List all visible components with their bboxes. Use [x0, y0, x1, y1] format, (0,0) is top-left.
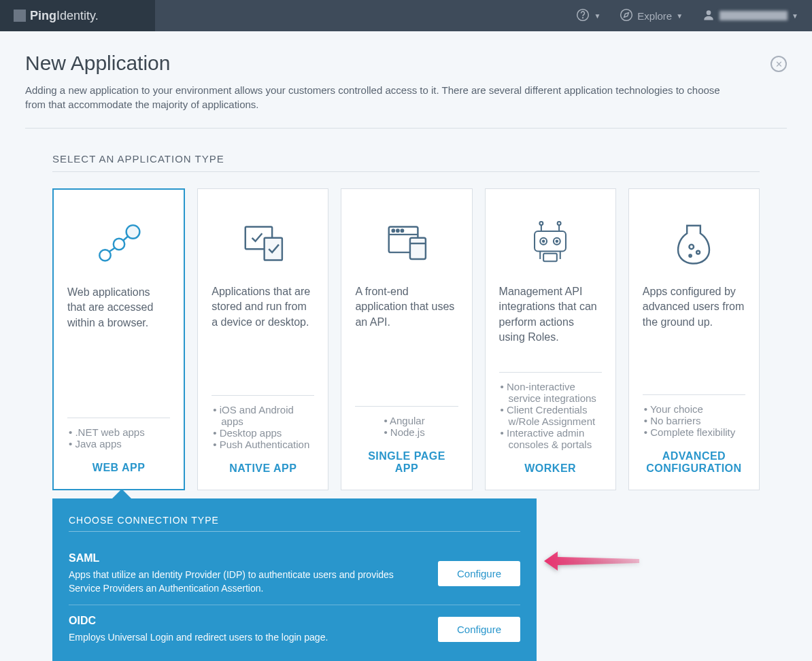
- connection-type-panel: CHOOSE CONNECTION TYPE SAML Apps that ut…: [52, 498, 537, 661]
- divider: [643, 394, 745, 395]
- bullet: Non-interactive service integrations: [509, 381, 602, 404]
- connection-row-oidc: OIDC Employs Universal Login and redirec…: [69, 605, 520, 649]
- svg-point-31: [690, 245, 694, 250]
- svg-point-5: [99, 250, 110, 260]
- card-desc: Apps configured by advanced users from t…: [643, 284, 745, 330]
- card-advanced[interactable]: Apps configured by advanced users from t…: [628, 188, 760, 490]
- card-worker[interactable]: Management API integrations that can per…: [485, 188, 616, 490]
- svg-point-22: [543, 240, 544, 241]
- card-label: WEB APP: [67, 462, 170, 474]
- svg-point-4: [707, 10, 711, 15]
- card-bullets: Non-interactive service integrations Cli…: [499, 381, 602, 450]
- divider: [67, 418, 170, 418]
- connection-pointer-arrow: [112, 489, 131, 498]
- card-desc: Management API integrations that can per…: [499, 284, 602, 345]
- connection-name: SAML: [69, 552, 424, 564]
- card-label: WORKER: [499, 462, 602, 475]
- annotation-arrow-icon: [541, 547, 643, 575]
- close-button[interactable]: ✕: [771, 56, 787, 72]
- page-subtitle: Adding a new application to your environ…: [25, 83, 726, 112]
- card-web-app[interactable]: Web applications that are accessed withi…: [52, 188, 185, 490]
- card-native-app[interactable]: Applications that are stored and run fro…: [197, 188, 328, 490]
- caret-down-icon: ▼: [792, 12, 798, 20]
- user-name-redacted: [720, 11, 788, 20]
- svg-point-7: [126, 225, 139, 239]
- card-desc: Applications that are stored and run fro…: [212, 284, 314, 330]
- card-spa[interactable]: A front-end application that uses an API…: [341, 188, 472, 490]
- divider: [355, 406, 458, 407]
- svg-point-2: [621, 9, 632, 20]
- divider: [499, 372, 602, 373]
- app-type-cards: Web applications that are accessed withi…: [52, 188, 760, 490]
- bullet: Client Credentials w/Role Assignment: [509, 404, 602, 427]
- card-desc: A front-end application that uses an API…: [355, 284, 458, 330]
- divider: [212, 395, 314, 396]
- bullet: .NET web apps: [77, 426, 170, 438]
- card-desc: Web applications that are accessed withi…: [67, 285, 170, 330]
- page-title: New Application: [25, 52, 787, 75]
- logo-text: PingIdentity.: [30, 9, 99, 23]
- connection-desc: Apps that utilize an Identity Provider (…: [69, 569, 424, 595]
- ping-logo-icon: [14, 10, 26, 22]
- card-bullets: .NET web apps Java apps: [67, 426, 170, 450]
- native-app-icon: [212, 203, 314, 284]
- configure-oidc-button[interactable]: Configure: [438, 617, 520, 642]
- connection-name: OIDC: [69, 615, 328, 627]
- bullet: Java apps: [77, 438, 170, 450]
- card-bullets: iOS and Android apps Desktop apps Push A…: [212, 404, 314, 450]
- svg-rect-19: [535, 231, 566, 252]
- svg-point-15: [396, 230, 399, 232]
- card-label: NATIVE APP: [212, 462, 314, 475]
- bullet: Complete flexibility: [652, 426, 745, 438]
- user-menu[interactable]: ▼: [702, 8, 798, 24]
- compass-icon: [620, 8, 633, 24]
- bullet: Desktop apps: [221, 427, 314, 439]
- explore-menu[interactable]: Explore ▼: [620, 8, 683, 24]
- svg-point-33: [690, 254, 692, 256]
- svg-line-9: [123, 237, 128, 241]
- help-icon: [576, 8, 590, 24]
- svg-point-23: [556, 240, 558, 241]
- spa-icon: [355, 203, 458, 284]
- user-icon: [702, 8, 715, 24]
- top-navbar: PingIdentity. ▼ Explore ▼ ▼: [0, 0, 812, 31]
- bullet: iOS and Android apps: [221, 404, 314, 427]
- web-app-icon: [67, 203, 170, 285]
- card-bullets: Your choice No barriers Complete flexibi…: [643, 403, 745, 438]
- svg-point-26: [540, 222, 543, 225]
- svg-point-14: [392, 230, 394, 232]
- logo[interactable]: PingIdentity.: [0, 0, 155, 31]
- caret-down-icon: ▼: [676, 12, 683, 20]
- svg-marker-3: [624, 12, 629, 17]
- caret-down-icon: ▼: [594, 12, 600, 20]
- card-label: SINGLE PAGE APP: [355, 450, 458, 475]
- card-bullets: Angular Node.js: [355, 415, 458, 438]
- bullet: Angular: [392, 415, 458, 426]
- bullet: Push Authentication: [221, 439, 314, 450]
- explore-label: Explore: [637, 10, 672, 22]
- worker-icon: [499, 203, 602, 284]
- bullet: No barriers: [652, 415, 745, 426]
- svg-point-32: [697, 251, 700, 254]
- card-label: ADVANCED CONFIGURATION: [643, 450, 745, 475]
- svg-rect-17: [410, 238, 426, 259]
- connection-row-saml: SAML Apps that utilize an Identity Provi…: [69, 543, 520, 605]
- advanced-icon: [643, 203, 745, 284]
- close-icon: ✕: [775, 59, 783, 69]
- svg-point-6: [113, 239, 124, 250]
- svg-point-1: [583, 17, 583, 18]
- svg-point-27: [558, 222, 561, 225]
- svg-point-16: [401, 230, 403, 232]
- configure-saml-button[interactable]: Configure: [438, 561, 520, 586]
- svg-rect-30: [543, 254, 557, 261]
- bullet: Your choice: [652, 403, 745, 415]
- panel-header: New Application Adding a new application…: [25, 52, 787, 129]
- bullet: Node.js: [392, 426, 458, 438]
- connection-desc: Employs Universal Login and redirect use…: [69, 631, 328, 645]
- bullet: Interactive admin consoles & portals: [509, 427, 602, 450]
- help-menu[interactable]: ▼: [576, 8, 600, 24]
- section-label: SELECT AN APPLICATION TYPE: [52, 153, 760, 172]
- svg-line-8: [109, 248, 114, 252]
- connection-title: CHOOSE CONNECTION TYPE: [69, 515, 520, 532]
- svg-rect-11: [264, 238, 282, 260]
